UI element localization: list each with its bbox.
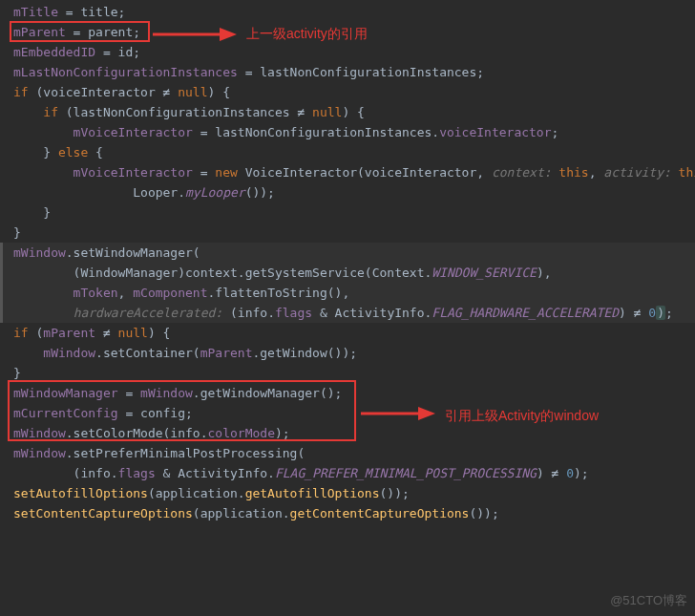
token-keyword: thi — [671, 165, 695, 180]
token-keyword: new — [215, 165, 237, 180]
code-line: setAutofillOptions(application.getAutofi… — [0, 483, 695, 503]
code-line: hardwareAccelerated: (info.flags & Activ… — [0, 303, 695, 323]
token: = config; — [118, 406, 193, 420]
token: { — [88, 145, 103, 159]
token-field: flags — [275, 306, 312, 320]
token: (application. — [148, 486, 245, 500]
token: ( — [29, 326, 44, 340]
token-method: getContentCaptureOptions — [290, 506, 470, 520]
token-method: setContentCaptureOptions — [13, 506, 193, 520]
token: (application. — [193, 506, 290, 520]
token: = — [193, 165, 215, 180]
param-hint: context: — [492, 165, 552, 180]
token: } — [13, 366, 21, 380]
token: ) { — [342, 105, 364, 119]
token: ) { — [208, 85, 230, 99]
token-field: flags — [118, 466, 156, 480]
code-line: mWindow.setWindowManager( — [0, 243, 695, 263]
code-line: } — [0, 223, 695, 243]
token-field: mVoiceInteractor — [13, 125, 193, 139]
token: = lastNonConfigurationInstances; — [238, 65, 484, 79]
token: ), — [537, 266, 552, 280]
code-line: if (voiceInteractor ≠ null) { — [0, 82, 695, 102]
code-line: } else { — [0, 142, 695, 162]
token-keyword: if — [13, 105, 58, 119]
token-number: 0 — [648, 306, 656, 320]
code-line: mWindowManager = mWindow.getWindowManage… — [0, 383, 695, 403]
token: .setColorMode(info. — [66, 426, 208, 440]
code-line: mWindow.setPreferMinimalPostProcessing( — [0, 443, 695, 463]
code-line: } — [0, 202, 695, 223]
token-keyword: if — [13, 326, 29, 340]
token: .getWindowManager(); — [193, 386, 343, 400]
token: .setWindowManager( — [66, 245, 200, 260]
token: ()); — [469, 506, 498, 520]
token-field: mLastNonConfigurationInstances — [13, 65, 238, 79]
token: (WindowManager)context.getSystemService(… — [13, 266, 432, 280]
token: & ActivityInfo. — [312, 306, 432, 320]
token: .setPreferMinimalPostProcessing( — [66, 446, 305, 460]
token: ()); — [245, 185, 275, 200]
token: ); — [574, 466, 589, 480]
token-const: WINDOW_SERVICE — [432, 266, 537, 280]
token-keyword: if — [13, 85, 29, 99]
code-line: } — [0, 363, 695, 383]
token-field: mWindow — [13, 346, 95, 360]
token-const: FLAG_HARDWARE_ACCELERATED — [432, 306, 619, 320]
token: ); — [275, 426, 290, 440]
token: } — [13, 225, 21, 240]
code-line: if (mParent ≠ null) { — [0, 323, 695, 343]
watermark: @51CTO博客 — [610, 590, 687, 610]
token-method: getAutofillOptions — [245, 486, 380, 500]
change-marker — [0, 283, 3, 303]
token-field: mWindow — [13, 426, 66, 440]
token: ; — [552, 125, 559, 139]
token: & ActivityInfo. — [156, 466, 275, 480]
token-const: FLAG_PREFER_MINIMAL_POST_PROCESSING — [275, 466, 537, 480]
token: } — [13, 205, 51, 220]
token: .flattenToString(), — [208, 286, 350, 300]
code-line: mVoiceInteractor = new VoiceInteractor(v… — [0, 162, 695, 182]
token-field: mCurrentConfig — [13, 406, 118, 420]
token-keyword: else — [58, 145, 88, 159]
change-marker — [0, 243, 3, 263]
token-static: myLooper — [185, 185, 245, 200]
token: = — [118, 386, 140, 400]
code-line: mEmbeddedID = id; — [0, 42, 695, 62]
code-line: mToken, mComponent.flattenToString(), — [0, 283, 695, 303]
token: , — [118, 286, 134, 300]
token: = parent; — [66, 25, 140, 39]
code-line: mWindow.setContainer(mParent.getWindow()… — [0, 343, 695, 363]
token: ()); — [380, 486, 410, 500]
token-keyword: null — [118, 326, 148, 340]
code-line: if (lastNonConfigurationInstances ≠ null… — [0, 102, 695, 122]
token: .getWindow()); — [252, 346, 357, 360]
token: } — [13, 145, 58, 159]
code-line: setContentCaptureOptions(application.get… — [0, 503, 695, 523]
token: Looper. — [13, 185, 185, 200]
code-editor[interactable]: mTitle = title; mParent = parent; mEmbed… — [0, 0, 695, 523]
token-field: mWindowManager — [13, 386, 118, 400]
code-line: mLastNonConfigurationInstances = lastNon… — [0, 62, 695, 82]
param-hint: hardwareAccelerated: — [74, 306, 223, 320]
token-field: mWindow — [140, 386, 193, 400]
token-field: mParent — [43, 326, 95, 340]
token-field: mComponent — [133, 286, 207, 300]
change-marker — [0, 263, 3, 283]
token-field: mVoiceInteractor — [13, 165, 193, 180]
token — [13, 306, 74, 320]
token-field: colorMode — [208, 426, 275, 440]
token-keyword: this — [552, 165, 589, 180]
token-number: 0 — [566, 466, 574, 480]
token-keyword: null — [178, 85, 207, 99]
code-line: (WindowManager)context.getSystemService(… — [0, 263, 695, 283]
code-line: Looper.myLooper()); — [0, 182, 695, 202]
token: (voiceInteractor ≠ — [29, 85, 179, 99]
token-field: mParent — [200, 346, 253, 360]
token: VoiceInteractor(voiceInteractor, — [238, 165, 492, 180]
token: (info. — [222, 306, 275, 320]
token-method: setAutofillOptions — [13, 486, 148, 500]
token: ) ≠ — [619, 306, 648, 320]
token: = lastNonConfigurationInstances. — [193, 125, 439, 139]
token-keyword: null — [312, 105, 342, 119]
